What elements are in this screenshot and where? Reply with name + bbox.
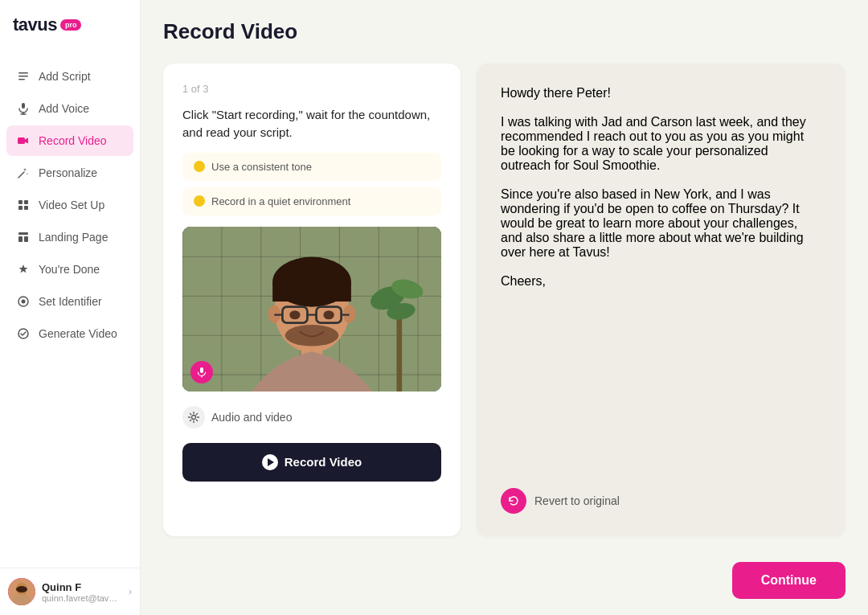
sidebar-item-set-identifier[interactable]: Set Identifier — [6, 286, 133, 317]
sidebar-item-add-voice[interactable]: Add Voice — [6, 93, 133, 124]
svg-point-46 — [289, 310, 300, 319]
svg-rect-10 — [18, 206, 23, 210]
step-indicator: 1 of 3 — [182, 83, 441, 95]
script-content: Howdy there Peter! I was talking with Ja… — [501, 86, 821, 289]
logo-text: tavus — [13, 14, 57, 35]
record-video-button[interactable]: Record Video — [182, 443, 441, 482]
svg-point-39 — [268, 305, 281, 322]
script-paragraph-1: I was talking with Jad and Carson last w… — [501, 115, 821, 173]
sidebar-item-video-set-up[interactable]: Video Set Up — [6, 190, 133, 220]
list-icon — [16, 69, 31, 84]
record-card: 1 of 3 Click "Start recording," wait for… — [163, 64, 461, 536]
svg-rect-0 — [18, 72, 28, 74]
circle-dot-icon — [16, 294, 31, 309]
main-content: Record Video 1 of 3 Click "Start recordi… — [141, 0, 868, 615]
sidebar: tavus pro Add Script — [0, 0, 141, 615]
grid-icon — [16, 198, 31, 212]
svg-rect-14 — [24, 236, 28, 242]
logo-badge: pro — [60, 19, 82, 31]
wand-icon — [16, 166, 31, 180]
audio-indicator — [190, 361, 213, 383]
logo: tavus pro — [0, 0, 140, 55]
sidebar-item-label: You're Done — [39, 263, 100, 276]
svg-rect-8 — [18, 200, 23, 204]
sidebar-item-label: Generate Video — [39, 327, 117, 340]
svg-line-7 — [18, 172, 24, 178]
script-paragraph-3: Cheers, — [501, 274, 821, 289]
svg-point-20 — [16, 586, 27, 592]
revert-label[interactable]: Revert to original — [534, 494, 620, 507]
record-button-label: Record Video — [285, 455, 362, 469]
user-name: Quinn F — [42, 581, 122, 593]
sidebar-item-label: Personalize — [39, 166, 97, 179]
play-triangle — [268, 458, 274, 466]
audio-settings-row[interactable]: Audio and video — [182, 403, 441, 432]
page-title: Record Video — [163, 19, 845, 44]
revert-icon — [501, 488, 526, 514]
user-profile[interactable]: Quinn F quinn.favret@tavus.io › — [0, 568, 140, 615]
sidebar-item-label: Add Voice — [39, 102, 89, 115]
video-preview — [182, 227, 441, 392]
svg-rect-1 — [18, 76, 28, 77]
svg-rect-12 — [18, 232, 28, 235]
page-header: Record Video — [141, 0, 868, 57]
tip-item-1: Record in a quiet environment — [182, 187, 441, 215]
sidebar-item-youre-done[interactable]: You're Done — [6, 254, 133, 285]
svg-rect-11 — [24, 206, 28, 210]
svg-rect-9 — [24, 200, 28, 204]
svg-rect-6 — [18, 137, 25, 144]
sidebar-item-label: Landing Page — [39, 231, 108, 244]
settings-gear-icon — [182, 406, 205, 428]
svg-rect-13 — [18, 236, 23, 242]
video-icon — [16, 133, 31, 148]
svg-rect-53 — [200, 367, 203, 373]
script-card: Howdy there Peter! I was talking with Ja… — [477, 64, 845, 536]
video-placeholder-bg — [182, 227, 441, 392]
content-area: 1 of 3 Click "Start recording," wait for… — [141, 57, 868, 552]
sidebar-item-generate-video[interactable]: Generate Video — [6, 318, 133, 349]
sidebar-item-label: Record Video — [39, 134, 107, 147]
user-info: Quinn F quinn.favret@tavus.io — [42, 581, 122, 603]
sidebar-item-landing-page[interactable]: Landing Page — [6, 222, 133, 252]
person-svg — [182, 227, 441, 392]
avatar — [8, 578, 35, 605]
sidebar-item-label: Set Identifier — [39, 295, 102, 308]
svg-point-40 — [343, 305, 356, 322]
svg-point-55 — [192, 415, 196, 419]
sidebar-item-label: Add Script — [39, 70, 91, 83]
sidebar-item-record-video[interactable]: Record Video — [6, 125, 133, 156]
revert-row[interactable]: Revert to original — [501, 488, 821, 514]
tip-dot — [194, 195, 205, 207]
audio-video-label: Audio and video — [211, 411, 292, 424]
nav-items: Add Script Add Voice Record — [0, 55, 140, 568]
svg-rect-3 — [22, 103, 25, 109]
tip-item-0: Use a consistent tone — [182, 153, 441, 181]
script-paragraph-0: Howdy there Peter! — [501, 86, 821, 100]
svg-rect-2 — [18, 79, 25, 80]
footer-area: Continue — [141, 552, 868, 615]
play-icon — [262, 454, 278, 470]
sidebar-item-label: Video Set Up — [39, 199, 104, 211]
logo-badge-label: pro — [65, 21, 77, 29]
mic-icon — [16, 101, 31, 116]
svg-point-47 — [323, 310, 334, 319]
tip-text-0: Use a consistent tone — [211, 161, 312, 173]
user-email: quinn.favret@tavus.io — [42, 593, 122, 603]
layout-icon — [16, 230, 31, 244]
svg-point-16 — [22, 300, 26, 304]
tip-dot — [194, 161, 205, 172]
svg-point-48 — [285, 324, 339, 346]
sidebar-item-add-script[interactable]: Add Script — [6, 61, 133, 92]
chevron-right-icon: › — [129, 586, 132, 597]
record-instructions: Click "Start recording," wait for the co… — [182, 106, 441, 141]
tip-text-1: Record in a quiet environment — [211, 195, 350, 207]
svg-rect-38 — [272, 281, 351, 301]
continue-button[interactable]: Continue — [732, 562, 845, 599]
sidebar-item-personalize[interactable]: Personalize — [6, 158, 133, 188]
star-icon — [16, 262, 31, 277]
script-paragraph-2: Since you're also based in New York, and… — [501, 187, 821, 260]
tips-list: Use a consistent tone Record in a quiet … — [182, 153, 441, 215]
check-circle-icon — [16, 326, 31, 341]
